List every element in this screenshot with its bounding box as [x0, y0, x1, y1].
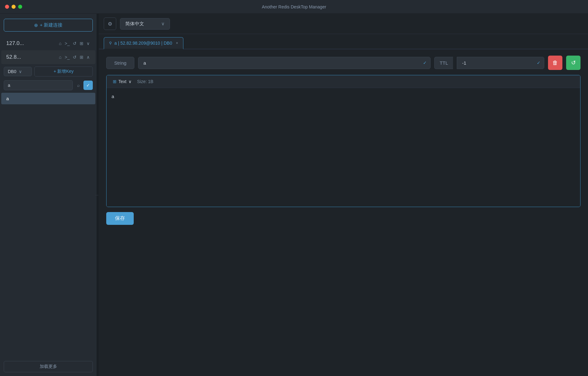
save-label: 保存 [115, 215, 125, 221]
tab-close-button-0[interactable]: × [176, 41, 178, 45]
sidebar: ⊕ + 新建连接 127.0... ⌂ >_ ↺ ⊞ ∨ 52.8... ⌂ >… [0, 14, 97, 376]
top-bar: ⚙ 简体中文 ∨ [99, 14, 588, 34]
load-more-label: 加载更多 [40, 364, 57, 369]
key-name-input-wrap: ✓ [138, 57, 431, 69]
key-item-0[interactable]: a [1, 93, 95, 104]
new-connection-label: + 新建连接 [40, 22, 63, 28]
connection-item-2[interactable]: 52.8... ⌂ >_ ↺ ⊞ ∧ [1, 50, 95, 64]
new-connection-button[interactable]: ⊕ + 新建连接 [4, 19, 93, 32]
connection-name-1: 127.0... [6, 40, 56, 47]
refresh-key-button[interactable]: ↺ [566, 56, 581, 70]
home-icon-2[interactable]: ⌂ [58, 54, 62, 60]
home-icon-1[interactable]: ⌂ [58, 40, 62, 47]
add-key-label: + 新增Key [53, 69, 73, 74]
key-name-input[interactable] [138, 57, 431, 69]
key-item-name-0: a [6, 96, 9, 101]
main-content: ⚙ 简体中文 ∨ ⚲ a | 52.82.98.209@9010 | DB0 ×… [99, 14, 588, 376]
checkmark-icon: ✓ [86, 83, 90, 88]
language-value: 简体中文 [125, 21, 144, 27]
chevron-up-icon-2[interactable]: ∧ [86, 54, 90, 60]
value-toolbar: ⊞ Text ∨ Size: 1B [107, 75, 580, 88]
language-select[interactable]: 简体中文 ∨ [120, 18, 170, 30]
db-select-arrow: ∨ [19, 69, 22, 74]
search-input[interactable] [4, 80, 73, 90]
db-select[interactable]: DB0 ∨ [4, 67, 32, 76]
grid-icon-2[interactable]: ⊞ [79, 54, 84, 60]
chevron-down-icon: ∨ [161, 21, 165, 27]
key-meta-row: String ✓ TTL ✓ 🗑 ↺ [106, 56, 581, 70]
size-label: Size: 1B [137, 79, 153, 84]
ttl-input-wrap: ✓ [457, 57, 544, 69]
minimize-button[interactable] [12, 5, 16, 9]
tab-search-icon: ⚲ [109, 41, 112, 45]
ttl-input[interactable] [457, 57, 544, 69]
search-input-wrap: ⌕ [4, 80, 82, 90]
grid-icon-1[interactable]: ⊞ [79, 40, 84, 47]
ttl-check-icon: ✓ [537, 60, 541, 65]
maximize-button[interactable] [18, 5, 22, 9]
refresh-icon-2[interactable]: ↺ [72, 54, 77, 60]
add-key-button[interactable]: + 新增Key [34, 67, 93, 77]
search-confirm-button[interactable]: ✓ [83, 81, 93, 90]
search-icon: ⌕ [77, 83, 80, 88]
tab-0[interactable]: ⚲ a | 52.82.98.209@9010 | DB0 × [104, 37, 183, 49]
db-row: DB0 ∨ + 新增Key [0, 64, 97, 79]
ttl-label: TTL [434, 57, 453, 69]
format-arrow-icon: ∨ [128, 79, 132, 84]
window-controls [5, 5, 22, 9]
terminal-icon-1[interactable]: >_ [64, 40, 70, 47]
key-list: a [0, 93, 97, 360]
conn-icons-1: ⌂ >_ ↺ ⊞ ∨ [58, 40, 90, 47]
format-label: Text [118, 79, 127, 84]
tabs-bar: ⚲ a | 52.82.98.209@9010 | DB0 × [99, 37, 588, 49]
connection-item-1[interactable]: 127.0... ⌂ >_ ↺ ⊞ ∨ [1, 37, 95, 50]
format-grid-icon: ⊞ [113, 79, 117, 84]
chevron-down-icon-1[interactable]: ∨ [86, 40, 90, 47]
key-name-check-icon: ✓ [423, 60, 427, 65]
type-badge: String [106, 57, 134, 69]
key-content: String ✓ TTL ✓ 🗑 ↺ [99, 49, 588, 376]
tab-label-0: a | 52.82.98.209@9010 | DB0 [114, 41, 172, 46]
connection-name-2: 52.8... [6, 54, 56, 60]
terminal-icon-2[interactable]: >_ [64, 54, 70, 60]
trash-icon: 🗑 [552, 60, 558, 66]
main-layout: ⊕ + 新建连接 127.0... ⌂ >_ ↺ ⊞ ∨ 52.8... ⌂ >… [0, 14, 588, 376]
close-button[interactable] [5, 5, 9, 9]
titlebar: Another Redis DeskTop Manager [0, 0, 588, 14]
refresh-icon-1[interactable]: ↺ [72, 40, 77, 47]
conn-icons-2: ⌂ >_ ↺ ⊞ ∧ [58, 54, 90, 60]
refresh-key-icon: ↺ [571, 59, 576, 66]
delete-button[interactable]: 🗑 [548, 56, 562, 70]
plus-icon: ⊕ [34, 22, 38, 28]
value-area: ⊞ Text ∨ Size: 1B a [106, 75, 581, 207]
value-textarea[interactable]: a [107, 88, 580, 207]
settings-button[interactable]: ⚙ [104, 17, 116, 30]
window-title: Another Redis DeskTop Manager [262, 4, 326, 9]
gear-icon: ⚙ [108, 21, 112, 27]
search-row: ⌕ ✓ [4, 80, 93, 90]
db-select-value: DB0 [8, 69, 16, 74]
load-more-button[interactable]: 加载更多 [4, 361, 93, 372]
format-select[interactable]: ⊞ Text ∨ [110, 78, 134, 85]
save-button[interactable]: 保存 [106, 212, 134, 225]
